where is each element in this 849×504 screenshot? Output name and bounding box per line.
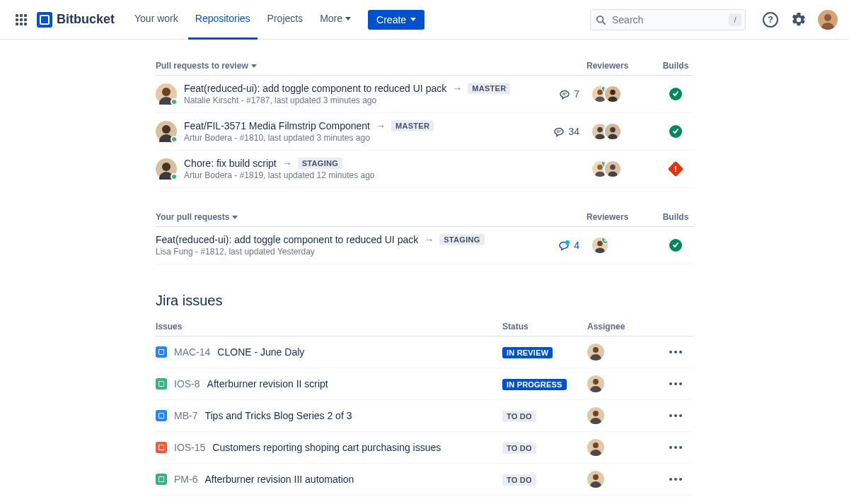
nav-icons: ? <box>761 10 838 30</box>
arrow-right-icon: → <box>452 83 462 94</box>
more-actions-button[interactable] <box>665 474 686 485</box>
assignee-avatar[interactable] <box>587 439 604 456</box>
comment-new-icon <box>558 240 570 251</box>
pr-meta: Natalie Kirscht - #1787, last updated 3 … <box>184 95 536 105</box>
jira-row[interactable]: MB-7 Tips and Tricks Blog Series 2 of 3 … <box>156 400 693 432</box>
nav-repositories[interactable]: Repositories <box>188 0 258 40</box>
build-status[interactable] <box>658 125 693 138</box>
more-actions-button[interactable] <box>665 442 686 453</box>
jira-row[interactable]: PM-6 Afterburner revision III automation… <box>156 464 693 496</box>
product-name: Bitbucket <box>57 12 115 27</box>
section-toggle-yours[interactable]: Your pull requests <box>156 212 238 222</box>
section-toggle-to-review[interactable]: Pull requests to review <box>156 61 257 71</box>
author-avatar <box>156 83 177 105</box>
create-button[interactable]: Create <box>368 10 424 30</box>
chevron-down-icon <box>232 216 238 219</box>
issue-summary: CLONE - June Daly <box>217 346 502 358</box>
search-icon <box>596 15 606 25</box>
search-input[interactable] <box>590 9 746 30</box>
gear-icon <box>791 12 807 28</box>
arrow-right-icon: → <box>282 158 292 169</box>
issue-type-icon <box>156 410 167 421</box>
issue-type-icon <box>156 346 167 358</box>
assignee-avatar[interactable] <box>587 471 604 488</box>
reviewer-avatar[interactable] <box>603 160 622 178</box>
check-badge-icon <box>601 236 609 244</box>
comments-count[interactable]: 7 <box>536 88 579 100</box>
author-avatar <box>156 158 177 180</box>
search-shortcut: / <box>729 13 741 26</box>
jira-table-header: Issues Status Assignee <box>156 317 693 336</box>
product-logo[interactable]: Bitbucket <box>37 12 115 28</box>
build-status[interactable] <box>658 163 693 175</box>
svg-point-28 <box>162 163 171 171</box>
pr-meta: Lisa Fung - #1812, last updated Yesterda… <box>156 247 536 257</box>
build-status[interactable] <box>658 239 693 252</box>
more-actions-button[interactable] <box>665 346 686 358</box>
svg-point-6 <box>162 88 171 96</box>
issue-type-icon <box>156 378 167 389</box>
issue-summary: Customers reporting shoping cart purchas… <box>212 442 502 453</box>
presence-indicator <box>171 98 178 105</box>
issue-summary: Tips and Tricks Blog Series 2 of 3 <box>204 410 502 421</box>
svg-point-3 <box>824 14 831 21</box>
jira-row[interactable]: IOS-8 Afterburner revision II script IN … <box>156 368 693 400</box>
comments-count[interactable]: 4 <box>536 240 579 251</box>
section-header-to-review: Pull requests to review Reviewers Builds <box>156 57 693 76</box>
branch-tag: MASTER <box>468 83 510 94</box>
arrow-right-icon: → <box>424 234 434 245</box>
reviewer-avatar[interactable] <box>591 236 609 254</box>
status-badge[interactable]: TO DO <box>502 411 536 422</box>
pr-row[interactable]: Feat(reduced-ui): add toggle component t… <box>156 227 693 264</box>
issue-key: MB-7 <box>174 410 197 421</box>
main-content: Pull requests to review Reviewers Builds… <box>156 40 693 504</box>
branch-tag: STAGING <box>298 158 342 169</box>
help-button[interactable]: ? <box>761 11 780 29</box>
pr-title: Feat/FIL-3571 Media Filmstrip Component <box>184 120 370 131</box>
build-success-icon <box>669 88 682 100</box>
status-badge[interactable]: TO DO <box>502 443 536 454</box>
svg-line-1 <box>603 21 606 24</box>
assignee-avatar[interactable] <box>587 375 604 392</box>
assignee-avatar[interactable] <box>587 344 604 361</box>
nav-more[interactable]: More <box>313 0 358 40</box>
presence-indicator <box>171 136 178 143</box>
issue-type-icon <box>156 474 167 485</box>
reviewer-avatar[interactable] <box>603 122 622 141</box>
reviewer-avatar[interactable] <box>603 85 622 103</box>
svg-point-22 <box>597 127 603 133</box>
issue-key: PM-6 <box>174 474 197 485</box>
nav-projects[interactable]: Projects <box>260 0 311 40</box>
svg-point-53 <box>593 474 599 480</box>
app-switcher-icon[interactable] <box>11 10 31 30</box>
issue-summary: Afterburner revision II script <box>207 378 502 389</box>
build-failed-icon <box>668 161 684 177</box>
profile-avatar[interactable] <box>818 10 838 30</box>
branch-tag: STAGING <box>439 234 484 245</box>
status-badge[interactable]: IN PROGRESS <box>502 379 567 390</box>
issue-key: IOS-8 <box>174 378 200 389</box>
settings-button[interactable] <box>790 11 808 29</box>
pr-title: Feat(reduced-ui): add toggle component t… <box>184 83 446 94</box>
pr-row[interactable]: Chore: fix build script → STAGING Artur … <box>156 151 693 188</box>
build-status[interactable] <box>658 88 693 100</box>
pr-row[interactable]: Feat(reduced-ui): add toggle component t… <box>156 76 693 113</box>
chevron-down-icon <box>251 64 257 68</box>
nav-your-work[interactable]: Your work <box>127 0 185 40</box>
issue-key: IOS-15 <box>174 442 205 453</box>
col-header-builds: Builds <box>658 212 693 222</box>
comments-count[interactable]: 34 <box>536 126 579 137</box>
jira-row[interactable]: MAC-14 CLONE - June Daly IN REVIEW <box>156 336 693 368</box>
pr-row[interactable]: Feat/FIL-3571 Media Filmstrip Component … <box>156 113 693 151</box>
section-header-yours: Your pull requests Reviewers Builds <box>156 208 693 227</box>
col-header-status: Status <box>502 322 587 332</box>
issue-key: MAC-14 <box>174 346 210 358</box>
svg-point-44 <box>593 379 599 385</box>
status-badge[interactable]: TO DO <box>502 474 536 486</box>
status-badge[interactable]: IN REVIEW <box>502 347 553 358</box>
more-actions-button[interactable] <box>665 378 686 389</box>
svg-point-50 <box>593 443 599 448</box>
jira-row[interactable]: IOS-15 Customers reporting shoping cart … <box>156 432 693 464</box>
assignee-avatar[interactable] <box>587 407 604 424</box>
more-actions-button[interactable] <box>665 410 686 421</box>
